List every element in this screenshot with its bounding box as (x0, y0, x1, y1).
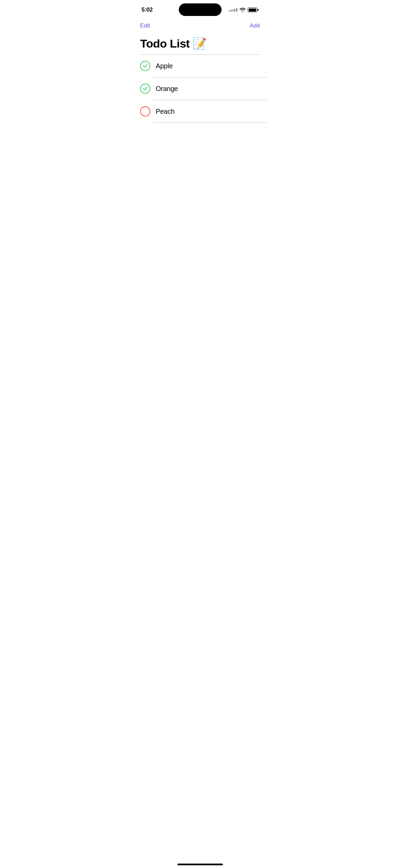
todo-item-3[interactable]: Peach (133, 100, 267, 123)
add-button[interactable]: Add (250, 21, 260, 31)
status-icons (229, 7, 259, 12)
todo-label-2: Orange (156, 85, 178, 93)
signal-dot-1 (229, 10, 230, 12)
wifi-icon (240, 7, 246, 12)
list-item: Apple (133, 55, 267, 77)
todo-checkbox-3[interactable] (140, 106, 150, 116)
page-title: Todo List (140, 37, 190, 50)
todo-list: AppleOrangePeach (133, 55, 267, 123)
todo-label-3: Peach (156, 108, 175, 115)
list-item: Peach (133, 100, 267, 123)
edit-button[interactable]: Edit (140, 21, 150, 31)
list-item: Orange (133, 77, 267, 100)
todo-checkbox-2[interactable] (140, 84, 150, 94)
battery-icon (248, 7, 259, 12)
dynamic-island (179, 3, 222, 16)
todo-label-1: Apple (156, 62, 173, 70)
signal-dot-4 (236, 8, 237, 12)
battery-tip (258, 9, 259, 11)
battery-fill (249, 8, 256, 12)
status-time: 5:02 (141, 6, 153, 13)
page-title-emoji: 📝 (192, 37, 207, 50)
todo-divider-3 (152, 123, 267, 123)
todo-checkbox-1[interactable] (140, 61, 150, 71)
status-bar: 5:02 (133, 0, 267, 18)
battery-body (248, 7, 257, 12)
todo-item-2[interactable]: Orange (133, 77, 267, 100)
signal-dot-3 (233, 9, 235, 12)
checkmark-icon (142, 86, 148, 91)
page-title-container: Todo List 📝 (140, 37, 260, 50)
page-header: Todo List 📝 (133, 34, 267, 55)
checkmark-icon (142, 63, 148, 69)
signal-dot-2 (231, 10, 233, 12)
signal-icon (229, 8, 237, 12)
todo-item-1[interactable]: Apple (133, 55, 267, 77)
nav-bar: Edit Add (133, 18, 267, 34)
